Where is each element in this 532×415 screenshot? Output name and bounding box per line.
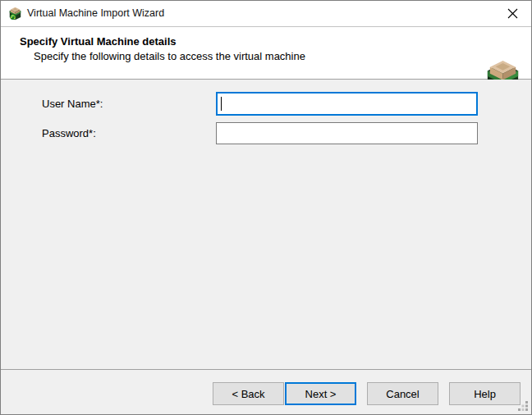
back-button[interactable]: < Back: [213, 382, 284, 405]
cancel-button[interactable]: Cancel: [367, 382, 438, 405]
wizard-step-subtitle: Specify the following details to access …: [34, 50, 305, 62]
password-label: Password*:: [42, 122, 96, 144]
password-input[interactable]: [216, 122, 478, 144]
wizard-step-title: Specify Virtual Machine details: [20, 35, 177, 48]
wizard-content: User Name*: Password*:: [1, 80, 531, 370]
vm-import-wizard-window: Virtual Machine Import Wizard Specify Vi…: [0, 0, 532, 415]
close-icon: [507, 8, 518, 19]
wizard-header: Specify Virtual Machine details Specify …: [1, 27, 531, 80]
username-label: User Name*:: [42, 93, 103, 116]
vm-import-box-icon: [8, 7, 22, 21]
resize-grip-icon[interactable]: [518, 401, 528, 411]
username-input[interactable]: [216, 92, 478, 116]
window-title: Virtual Machine Import Wizard: [27, 1, 164, 26]
titlebar: Virtual Machine Import Wizard: [1, 1, 531, 27]
next-button[interactable]: Next >: [285, 382, 356, 405]
close-button[interactable]: [493, 1, 531, 25]
text-caret: [221, 97, 222, 111]
button-bar: < Back Next > Cancel Help: [1, 370, 531, 414]
help-button[interactable]: Help: [449, 382, 521, 405]
